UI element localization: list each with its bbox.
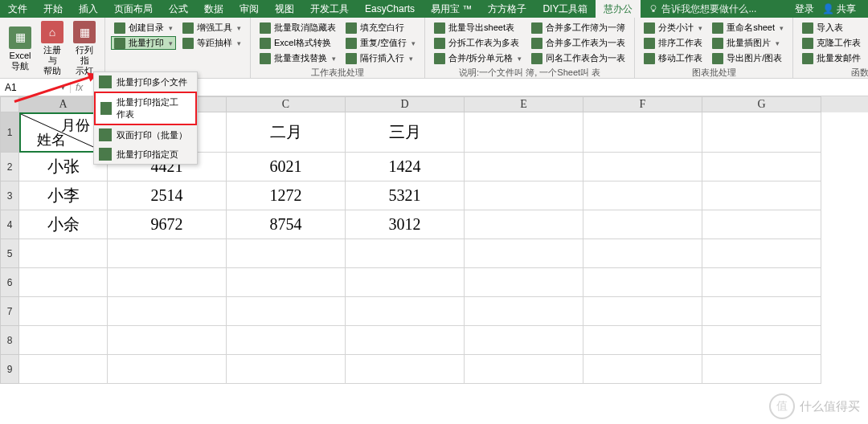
cell-B6[interactable]: [108, 268, 227, 297]
row-header-2[interactable]: 2: [0, 153, 19, 181]
cell-B4[interactable]: 9672: [108, 210, 227, 239]
tab-dev[interactable]: 开发工具: [302, 0, 357, 18]
merge-books-button[interactable]: 合并多工作簿为一簿: [528, 21, 628, 35]
tab-view[interactable]: 视图: [267, 0, 302, 18]
submenu-print-selected-sheets[interactable]: 批量打印指定工作表: [94, 92, 197, 125]
share-button[interactable]: 👤 共享: [822, 2, 856, 16]
cell-B9[interactable]: [108, 355, 227, 384]
alt-insert-button[interactable]: 隔行插入行▾: [342, 51, 419, 65]
batch-replace-button[interactable]: 批量查找替换▾: [256, 51, 339, 65]
tell-me-search[interactable]: 告诉我您想要做什么...: [649, 2, 756, 16]
batch-mail-button[interactable]: 批量发邮件: [799, 51, 864, 65]
register-help-button[interactable]: ⌂注册与 帮助: [36, 19, 68, 79]
cell-D9[interactable]: [346, 355, 465, 384]
tab-layout[interactable]: 页面布局: [106, 0, 161, 18]
cell-A5[interactable]: [19, 239, 108, 268]
cell-A7[interactable]: [19, 297, 108, 326]
row-header-7[interactable]: 7: [0, 297, 19, 326]
tab-formula[interactable]: 公式: [161, 0, 196, 18]
row-header-4[interactable]: 4: [0, 210, 19, 239]
format-convert-button[interactable]: Excel格式转换: [256, 36, 339, 50]
cell-F3[interactable]: [583, 181, 702, 210]
col-header-G[interactable]: G: [702, 96, 821, 112]
row-header-9[interactable]: 9: [0, 355, 19, 384]
col-header-F[interactable]: F: [583, 96, 702, 112]
cell-D2[interactable]: 1424: [346, 153, 465, 181]
cell-E7[interactable]: [465, 297, 583, 326]
cell-D1[interactable]: 三月: [346, 112, 465, 153]
cell-E4[interactable]: [465, 210, 583, 239]
tab-home[interactable]: 开始: [35, 0, 71, 18]
cell-F1[interactable]: [583, 112, 702, 153]
cell-C6[interactable]: [227, 268, 346, 297]
clone-sheet-button[interactable]: 克隆工作表: [799, 36, 864, 50]
batch-image-button[interactable]: 批量插图片▾: [709, 36, 787, 50]
cell-D8[interactable]: [346, 326, 465, 355]
tab-fangfang[interactable]: 方方格子: [480, 0, 534, 18]
cell-D5[interactable]: [346, 239, 465, 268]
cell-D6[interactable]: [346, 268, 465, 297]
fill-blank-button[interactable]: 填充空白行: [342, 21, 419, 35]
batch-unhide-button[interactable]: 批量取消隐藏表: [256, 21, 339, 35]
cell-F6[interactable]: [583, 268, 702, 297]
submenu-duplex-print[interactable]: 双面打印（批量）: [94, 125, 197, 145]
col-header-C[interactable]: C: [227, 96, 346, 112]
cell-C4[interactable]: 8754: [227, 210, 346, 239]
cell-C7[interactable]: [227, 297, 346, 326]
export-sheet-button[interactable]: 批量导出sheet表: [431, 21, 525, 35]
cell-C5[interactable]: [227, 239, 346, 268]
batch-print-button[interactable]: 批量打印▾: [111, 36, 176, 50]
cell-A4[interactable]: 小余: [19, 210, 108, 239]
col-header-D[interactable]: D: [346, 96, 465, 112]
cell-E5[interactable]: [465, 239, 583, 268]
tab-easycharts[interactable]: EasyCharts: [357, 0, 423, 18]
col-header-E[interactable]: E: [465, 96, 583, 112]
row-header-8[interactable]: 8: [0, 326, 19, 355]
rename-sheet-button[interactable]: 重命名sheet▾: [709, 21, 787, 35]
cell-A6[interactable]: [19, 268, 108, 297]
cell-D7[interactable]: [346, 297, 465, 326]
cell-G9[interactable]: [702, 355, 821, 384]
tab-review[interactable]: 审阅: [231, 0, 267, 18]
tab-huibangong[interactable]: 慧办公: [596, 0, 641, 18]
cell-B7[interactable]: [108, 297, 227, 326]
cell-A8[interactable]: [19, 326, 108, 355]
cell-G6[interactable]: [702, 268, 821, 297]
cell-E8[interactable]: [465, 326, 583, 355]
cell-G8[interactable]: [702, 326, 821, 355]
cell-F7[interactable]: [583, 297, 702, 326]
sampling-button[interactable]: 等距抽样▾: [179, 36, 244, 50]
import-table-button[interactable]: 导入表: [799, 21, 864, 35]
cell-C8[interactable]: [227, 326, 346, 355]
cell-E3[interactable]: [465, 181, 583, 210]
cell-B5[interactable]: [108, 239, 227, 268]
cell-C1[interactable]: 二月: [227, 112, 346, 153]
cell-F2[interactable]: [583, 153, 702, 181]
row-header-1[interactable]: 1: [0, 112, 19, 153]
create-toc-button[interactable]: 创建目录▾: [111, 21, 176, 35]
row-header-6[interactable]: 6: [0, 268, 19, 297]
cell-F8[interactable]: [583, 326, 702, 355]
cell-G5[interactable]: [702, 239, 821, 268]
enhance-tools-button[interactable]: 增强工具▾: [179, 21, 244, 35]
login-link[interactable]: 登录: [795, 2, 814, 16]
cell-F4[interactable]: [583, 210, 702, 239]
dup-empty-button[interactable]: 重复/空值行▾: [342, 36, 419, 50]
cell-G1[interactable]: [702, 112, 821, 153]
cell-G7[interactable]: [702, 297, 821, 326]
cell-D4[interactable]: 3012: [346, 210, 465, 239]
cell-E2[interactable]: [465, 153, 583, 181]
export-image-button[interactable]: 导出图片/图表: [709, 51, 787, 65]
merge-sheets-button[interactable]: 合并多工作表为一表: [528, 36, 628, 50]
row-header-5[interactable]: 5: [0, 239, 19, 268]
cell-G3[interactable]: [702, 181, 821, 210]
subtotal-button[interactable]: 分类小计▾: [641, 21, 706, 35]
cell-B8[interactable]: [108, 326, 227, 355]
excel-nav-button[interactable]: ▦Excel 导航: [4, 19, 36, 79]
cell-G4[interactable]: [702, 210, 821, 239]
cell-E6[interactable]: [465, 268, 583, 297]
submenu-print-multiple-files[interactable]: 批量打印多个文件: [94, 72, 197, 92]
row-header-3[interactable]: 3: [0, 181, 19, 210]
cell-F9[interactable]: [583, 355, 702, 384]
cell-E1[interactable]: [465, 112, 583, 153]
